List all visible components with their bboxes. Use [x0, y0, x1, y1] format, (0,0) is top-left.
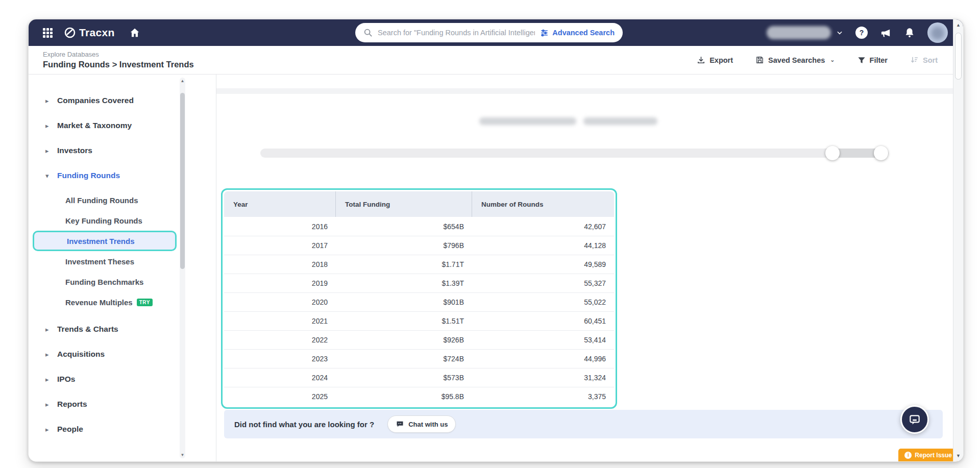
home-icon[interactable] [129, 27, 140, 38]
sidebar-item-companies-covered[interactable]: ▸ Companies Covered [45, 96, 216, 105]
chat-icon [396, 420, 404, 428]
account-menu[interactable] [767, 26, 843, 39]
help-icon[interactable]: ? [855, 27, 868, 39]
page-header-bar: Explore Databases Funding Rounds > Inves… [29, 46, 963, 75]
number-of-rounds-cell: 55,022 [472, 298, 614, 306]
page-scrollbar-thumb[interactable] [955, 33, 962, 80]
export-button[interactable]: Export [697, 56, 733, 64]
number-of-rounds-cell: 42,607 [472, 223, 614, 231]
sidebar-item-ipos[interactable]: ▸ IPOs [45, 375, 216, 384]
year-cell: 2022 [224, 336, 336, 344]
total-funding-cell: $901B [336, 298, 472, 306]
report-issue-button[interactable]: i Report Issue [898, 449, 958, 461]
sidebar-item-acquisitions[interactable]: ▸ Acquisitions [45, 350, 216, 359]
table-row: 2019$1.39T55,327 [224, 274, 614, 292]
sidebar-item-trends-charts[interactable]: ▸ Trends & Charts [45, 325, 216, 334]
sidebar-item-revenue-multiples[interactable]: Revenue Multiples TRY [45, 292, 216, 312]
bell-icon[interactable] [904, 27, 915, 38]
scroll-down-icon[interactable]: ▼ [953, 453, 963, 458]
advanced-search-button[interactable]: Advanced Search [540, 29, 615, 37]
column-header-year[interactable]: Year [224, 191, 336, 217]
number-of-rounds-cell: 44,128 [472, 241, 614, 250]
saved-searches-button[interactable]: Saved Searches ⌄ [755, 56, 835, 64]
year-cell: 2017 [224, 241, 336, 250]
scroll-up-icon[interactable]: ▲ [180, 79, 185, 83]
sidebar-item-investment-theses[interactable]: Investment Theses [45, 251, 216, 272]
sidebar-item-people[interactable]: ▸ People [45, 425, 216, 434]
slider-handle-left[interactable] [825, 146, 840, 160]
breadcrumb: Explore Databases [43, 51, 194, 58]
number-of-rounds-cell: 3,375 [472, 392, 614, 401]
sort-button[interactable]: Sort [910, 56, 938, 64]
blurred-chart-title [479, 117, 657, 125]
chat-widget-button[interactable] [900, 405, 929, 434]
sidebar-item-reports[interactable]: ▸ Reports [45, 400, 216, 409]
app-window: Tracxn Search for "Funding Rounds in Art… [28, 19, 964, 462]
sidebar-item-funding-rounds[interactable]: ▾ Funding Rounds [45, 171, 216, 180]
funding-rounds-submenu: All Funding Rounds Key Funding Rounds In… [45, 190, 216, 312]
total-funding-cell: $1.51T [336, 317, 472, 325]
scroll-down-icon[interactable]: ▼ [180, 453, 185, 457]
column-header-number-of-rounds[interactable]: Number of Rounds [472, 191, 614, 217]
number-of-rounds-cell: 55,327 [472, 279, 614, 287]
chat-with-us-button[interactable]: Chat with us [387, 415, 456, 433]
avatar[interactable] [927, 22, 948, 43]
sidebar-item-funding-benchmarks[interactable]: Funding Benchmarks [45, 272, 216, 292]
scroll-up-icon[interactable]: ▲ [953, 22, 963, 28]
year-cell: 2024 [224, 374, 336, 382]
chat-bubble-icon [908, 413, 921, 426]
table-row: 2022$926B53,414 [224, 330, 614, 349]
try-badge: TRY [137, 299, 153, 306]
caret-down-icon: ▾ [45, 172, 53, 180]
table-row: 2023$724B44,996 [224, 349, 614, 368]
table-body: 2016$654B42,6072017$796B44,1282018$1.71T… [224, 217, 614, 406]
total-funding-cell: $796B [336, 241, 472, 250]
sidebar-scrollbar[interactable]: ▲ ▼ [180, 78, 185, 458]
table-header: Year Total Funding Number of Rounds [224, 191, 614, 217]
navbar-right-group: ? [767, 19, 948, 46]
year-cell: 2023 [224, 355, 336, 363]
sort-icon [910, 56, 919, 64]
content-divider [216, 88, 963, 94]
total-funding-cell: $654B [336, 223, 472, 231]
year-range-slider[interactable] [260, 149, 889, 158]
year-cell: 2025 [224, 392, 336, 401]
chevron-down-icon: ⌄ [830, 57, 835, 63]
sidebar-item-investors[interactable]: ▸ Investors [45, 146, 216, 155]
megaphone-icon[interactable] [880, 27, 892, 39]
investment-trends-table: Year Total Funding Number of Rounds 2016… [221, 188, 617, 409]
page-title: Funding Rounds > Investment Trends [43, 60, 194, 69]
info-icon: i [904, 452, 912, 459]
slider-handle-right[interactable] [874, 146, 888, 160]
apps-grid-icon[interactable] [43, 28, 53, 38]
filter-button[interactable]: Filter [857, 56, 888, 64]
sidebar-item-investment-trends[interactable]: Investment Trends [33, 231, 177, 251]
column-header-total-funding[interactable]: Total Funding [336, 191, 472, 217]
total-funding-cell: $95.8B [336, 392, 472, 401]
number-of-rounds-cell: 49,589 [472, 260, 614, 268]
tracxn-logo[interactable]: Tracxn [64, 27, 115, 39]
sidebar-item-key-funding-rounds[interactable]: Key Funding Rounds [45, 210, 216, 231]
sidebar-scrollbar-thumb[interactable] [180, 93, 185, 269]
sidebar-item-all-funding-rounds[interactable]: All Funding Rounds [45, 190, 216, 210]
advanced-search-label: Advanced Search [552, 29, 615, 37]
caret-right-icon: ▸ [45, 147, 53, 155]
total-funding-cell: $724B [336, 355, 472, 363]
help-bar: Did not find what you are looking for ? … [224, 410, 943, 438]
number-of-rounds-cell: 31,324 [472, 374, 614, 382]
table-row: 2020$901B55,022 [224, 292, 614, 311]
sidebar-item-market-taxonomy[interactable]: ▸ Market & Taxonomy [45, 121, 216, 130]
tracxn-logo-icon [64, 27, 76, 39]
search-icon [363, 28, 373, 37]
table-row: 2024$573B31,324 [224, 368, 614, 387]
caret-right-icon: ▸ [45, 426, 53, 433]
table-row: 2021$1.51T60,451 [224, 311, 614, 330]
year-cell: 2021 [224, 317, 336, 325]
total-funding-cell: $573B [336, 374, 472, 382]
table-row: 2017$796B44,128 [224, 236, 614, 255]
table-row: 2018$1.71T49,589 [224, 255, 614, 274]
global-search-bar[interactable]: Search for "Funding Rounds in Artificial… [355, 23, 623, 42]
year-cell: 2020 [224, 298, 336, 306]
chevron-down-icon [836, 29, 843, 36]
page-scrollbar[interactable]: ▲ ▼ [953, 19, 963, 461]
